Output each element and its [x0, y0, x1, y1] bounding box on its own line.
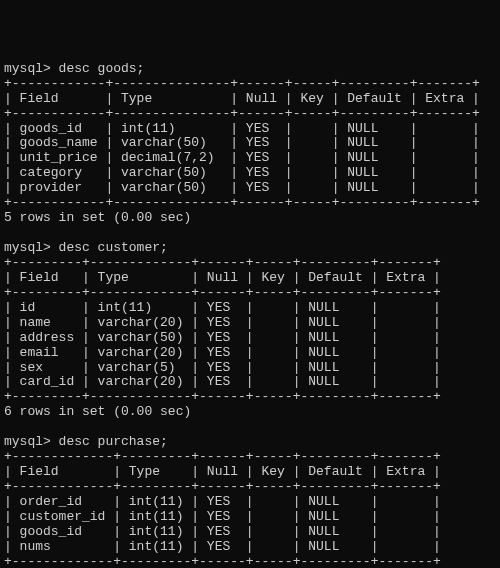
- terminal-output: mysql> desc goods; +------------+-------…: [0, 60, 500, 568]
